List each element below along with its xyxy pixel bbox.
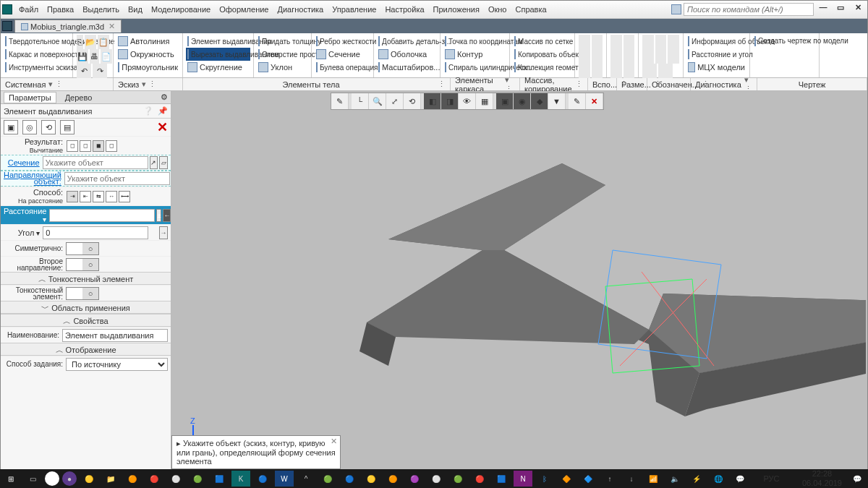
t-c8[interactable] [658,64,673,78]
t-a4[interactable] [592,49,603,64]
distance-input[interactable] [49,209,155,222]
t-a6[interactable] [592,64,603,78]
tb-tray18[interactable]: 💬 [731,471,749,487]
tb-tray10[interactable]: 🟦 [492,471,511,487]
tb-tray3[interactable]: 🔵 [340,471,359,487]
home-icon[interactable] [2,21,12,31]
tb-tray1[interactable]: ^ [297,471,315,487]
panel-close-icon[interactable]: ✕ [157,119,168,135]
qbtn-open[interactable]: 📂 [85,35,96,49]
rbtn-sketch-tools[interactable]: Инструменты эскиза [4,61,69,74]
method-opt-1[interactable]: ⇥ [67,191,78,202]
t-c2[interactable] [655,35,667,49]
tb-onenote[interactable]: N [514,471,532,487]
tb-voice[interactable]: ● [62,471,77,486]
rbtn-helix[interactable]: Спираль цилиндрическ... [443,61,506,74]
rbtn-collection[interactable]: Коллекция геометрии [513,61,571,74]
rbtn-extrude[interactable]: Элемент выдавливания [186,35,250,48]
qbtn-props[interactable]: 📄 [101,49,112,64]
t-b1[interactable] [610,35,622,49]
distance-sign[interactable]: ± [156,209,161,222]
tb-tray13[interactable]: ↑ [600,471,619,487]
rbtn-fillet[interactable]: Скругление [186,61,250,74]
tb-time[interactable]: 22:28 [812,469,833,478]
result-opt-2[interactable]: ◻ [80,140,91,152]
maximize-button[interactable]: ▭ [833,3,848,16]
menu-select[interactable]: Выделить [78,4,124,15]
rbtn-solid-modeling[interactable]: Твердотельное моделирование [4,35,69,48]
menu-settings[interactable]: Настройка [380,4,428,15]
cat-frame[interactable]: Элементы каркаса▾ ⋮ [451,78,520,90]
t-c3[interactable] [668,35,679,49]
tb-tray12[interactable]: 🔷 [579,471,597,487]
rbtn-scale[interactable]: Масштабиров... [377,61,437,74]
cat-system[interactable]: Системная▾ ⋮ [1,78,114,90]
name-input[interactable] [62,329,168,342]
tb-tray5[interactable]: 🟠 [383,471,402,487]
panel-gear-icon[interactable]: ⚙ [161,93,168,102]
t-c6[interactable] [668,49,679,64]
close-button[interactable]: ✕ [850,3,866,16]
rbtn-drawing[interactable]: Создать чертеж по модели [753,35,816,48]
result-opt-1[interactable]: ◻ [67,140,78,152]
tb-kompas[interactable]: K [231,471,250,487]
t-b2[interactable] [624,35,635,49]
tb-vol[interactable]: 🔈 [665,471,684,487]
tb-tray4[interactable]: 🟡 [362,471,380,487]
viewport-3d[interactable]: ✎ └ 🔍 ⤢ ⟲ ◧ ◨ 👁 ▦ ▣ ◉ ◆ ▼ ✎ ✕ [171,91,867,469]
t-c7[interactable] [642,64,657,78]
method-opt-5[interactable]: ⟷ [119,191,130,202]
menu-manage[interactable]: Управление [328,4,380,15]
t-a5[interactable] [579,64,590,78]
tb-word[interactable]: W [275,471,294,487]
tb-tray2[interactable]: 🟢 [318,471,337,487]
sect-thin[interactable]: ︿ Тонкостенный элемент [1,272,171,285]
menu-modeling[interactable]: Моделирование [147,4,215,15]
tb-torrent[interactable]: 🟢 [188,471,207,487]
distance-dir[interactable]: ← [163,209,171,222]
qbtn-redo[interactable]: ↷ [93,64,107,78]
t-a2[interactable] [592,35,603,49]
method-opt-3[interactable]: ⇆ [93,191,104,202]
menu-help[interactable]: Справка [511,4,550,15]
t-b6[interactable] [624,64,635,78]
panel-tab-params[interactable]: Параметры [4,92,56,103]
cat-pattern[interactable]: Массив, копирование⋮ [520,78,588,90]
qbtn-print[interactable]: 🖶 [90,49,99,64]
rbtn-point[interactable]: Точка по координатам [443,35,506,48]
menu-file[interactable]: Файл [14,4,43,15]
menu-design[interactable]: Оформление [215,4,273,15]
tb-opera[interactable]: 🔴 [145,471,163,487]
section-pick[interactable]: ↗ [150,156,158,169]
sect-display[interactable]: ︿ Отображение [1,343,171,356]
tb-explorer[interactable]: 📁 [101,471,120,487]
tb-tray9[interactable]: 🔴 [470,471,489,487]
tb-tray14[interactable]: ↓ [622,471,641,487]
rbtn-section[interactable]: Сечение [315,48,370,61]
qbtn-paste[interactable]: 📋 [98,35,109,49]
command-search[interactable] [684,3,814,16]
result-opt-3[interactable]: ◼ [93,140,104,152]
tb-tray8[interactable]: 🟢 [448,471,467,487]
rbtn-add-part[interactable]: Добавить деталь-з... [377,35,437,48]
tb-app4[interactable]: 🔵 [253,471,272,487]
qbtn-undo[interactable]: ↶ [77,64,91,78]
status-close-icon[interactable]: ✕ [331,437,337,446]
tb-app3[interactable]: 🟦 [210,471,229,487]
guide-link[interactable]: Направляющий объект: [4,172,61,185]
sect-scope[interactable]: ﹀ Область применения [1,301,171,314]
rbtn-circle[interactable]: Окружность [116,48,179,61]
method-opt-4[interactable]: ↔ [106,191,117,202]
tb-tray16[interactable]: ⚡ [687,471,706,487]
t-b3[interactable] [610,49,622,64]
layout-icon[interactable] [671,4,681,14]
tb-tray6[interactable]: 🟣 [405,471,424,487]
tb-tray7[interactable]: ⚪ [427,471,446,487]
tb-start[interactable]: ⊞ [1,471,20,487]
angle-input[interactable] [43,226,148,239]
minimize-button[interactable]: — [815,3,831,16]
t-b4[interactable] [624,49,635,64]
rbtn-contour[interactable]: Контур [443,48,506,61]
tb-tray11[interactable]: 🔶 [557,471,576,487]
doc-tab[interactable]: Mobius_triangle.m3d ✕ [14,20,122,33]
